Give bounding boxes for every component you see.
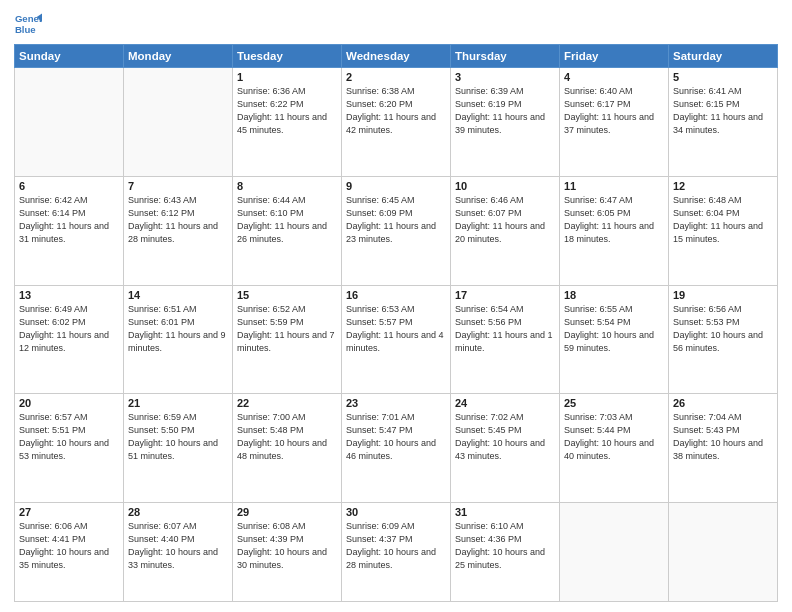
day-info: Sunrise: 6:57 AMSunset: 5:51 PMDaylight:… (19, 411, 119, 463)
day-info: Sunrise: 6:40 AMSunset: 6:17 PMDaylight:… (564, 85, 664, 137)
svg-text:Blue: Blue (15, 24, 36, 35)
weekday-header-saturday: Saturday (669, 45, 778, 68)
calendar-cell: 30Sunrise: 6:09 AMSunset: 4:37 PMDayligh… (342, 503, 451, 602)
calendar-cell: 3Sunrise: 6:39 AMSunset: 6:19 PMDaylight… (451, 68, 560, 177)
calendar-cell: 13Sunrise: 6:49 AMSunset: 6:02 PMDayligh… (15, 285, 124, 394)
calendar-cell: 2Sunrise: 6:38 AMSunset: 6:20 PMDaylight… (342, 68, 451, 177)
day-number: 11 (564, 180, 664, 192)
day-number: 21 (128, 397, 228, 409)
day-number: 14 (128, 289, 228, 301)
day-number: 27 (19, 506, 119, 518)
calendar-cell: 19Sunrise: 6:56 AMSunset: 5:53 PMDayligh… (669, 285, 778, 394)
day-number: 6 (19, 180, 119, 192)
day-info: Sunrise: 6:48 AMSunset: 6:04 PMDaylight:… (673, 194, 773, 246)
day-info: Sunrise: 7:03 AMSunset: 5:44 PMDaylight:… (564, 411, 664, 463)
calendar-cell: 17Sunrise: 6:54 AMSunset: 5:56 PMDayligh… (451, 285, 560, 394)
day-number: 15 (237, 289, 337, 301)
day-number: 31 (455, 506, 555, 518)
calendar-page: General Blue SundayMondayTuesdayWednesda… (0, 0, 792, 612)
day-info: Sunrise: 6:56 AMSunset: 5:53 PMDaylight:… (673, 303, 773, 355)
day-info: Sunrise: 6:44 AMSunset: 6:10 PMDaylight:… (237, 194, 337, 246)
day-number: 2 (346, 71, 446, 83)
day-info: Sunrise: 6:07 AMSunset: 4:40 PMDaylight:… (128, 520, 228, 572)
calendar-cell: 22Sunrise: 7:00 AMSunset: 5:48 PMDayligh… (233, 394, 342, 503)
svg-text:General: General (15, 13, 42, 24)
day-number: 5 (673, 71, 773, 83)
day-info: Sunrise: 6:53 AMSunset: 5:57 PMDaylight:… (346, 303, 446, 355)
weekday-header-tuesday: Tuesday (233, 45, 342, 68)
day-info: Sunrise: 6:59 AMSunset: 5:50 PMDaylight:… (128, 411, 228, 463)
day-info: Sunrise: 6:52 AMSunset: 5:59 PMDaylight:… (237, 303, 337, 355)
calendar-cell: 15Sunrise: 6:52 AMSunset: 5:59 PMDayligh… (233, 285, 342, 394)
calendar-cell (124, 68, 233, 177)
day-number: 7 (128, 180, 228, 192)
day-info: Sunrise: 6:36 AMSunset: 6:22 PMDaylight:… (237, 85, 337, 137)
weekday-header-monday: Monday (124, 45, 233, 68)
day-number: 26 (673, 397, 773, 409)
calendar-cell (669, 503, 778, 602)
day-number: 19 (673, 289, 773, 301)
day-info: Sunrise: 6:54 AMSunset: 5:56 PMDaylight:… (455, 303, 555, 355)
day-info: Sunrise: 6:47 AMSunset: 6:05 PMDaylight:… (564, 194, 664, 246)
calendar-cell: 1Sunrise: 6:36 AMSunset: 6:22 PMDaylight… (233, 68, 342, 177)
week-row-3: 20Sunrise: 6:57 AMSunset: 5:51 PMDayligh… (15, 394, 778, 503)
calendar-cell: 16Sunrise: 6:53 AMSunset: 5:57 PMDayligh… (342, 285, 451, 394)
day-info: Sunrise: 6:41 AMSunset: 6:15 PMDaylight:… (673, 85, 773, 137)
calendar-cell: 14Sunrise: 6:51 AMSunset: 6:01 PMDayligh… (124, 285, 233, 394)
day-info: Sunrise: 7:00 AMSunset: 5:48 PMDaylight:… (237, 411, 337, 463)
day-info: Sunrise: 6:09 AMSunset: 4:37 PMDaylight:… (346, 520, 446, 572)
calendar-cell: 4Sunrise: 6:40 AMSunset: 6:17 PMDaylight… (560, 68, 669, 177)
day-info: Sunrise: 6:55 AMSunset: 5:54 PMDaylight:… (564, 303, 664, 355)
calendar-cell: 7Sunrise: 6:43 AMSunset: 6:12 PMDaylight… (124, 176, 233, 285)
calendar-cell: 5Sunrise: 6:41 AMSunset: 6:15 PMDaylight… (669, 68, 778, 177)
calendar-cell: 12Sunrise: 6:48 AMSunset: 6:04 PMDayligh… (669, 176, 778, 285)
calendar-cell: 6Sunrise: 6:42 AMSunset: 6:14 PMDaylight… (15, 176, 124, 285)
calendar-cell (560, 503, 669, 602)
calendar-cell: 29Sunrise: 6:08 AMSunset: 4:39 PMDayligh… (233, 503, 342, 602)
calendar-cell: 9Sunrise: 6:45 AMSunset: 6:09 PMDaylight… (342, 176, 451, 285)
logo: General Blue (14, 10, 42, 38)
logo-icon: General Blue (14, 10, 42, 38)
day-number: 20 (19, 397, 119, 409)
calendar-cell: 26Sunrise: 7:04 AMSunset: 5:43 PMDayligh… (669, 394, 778, 503)
day-info: Sunrise: 7:04 AMSunset: 5:43 PMDaylight:… (673, 411, 773, 463)
day-info: Sunrise: 6:10 AMSunset: 4:36 PMDaylight:… (455, 520, 555, 572)
day-number: 29 (237, 506, 337, 518)
day-info: Sunrise: 6:51 AMSunset: 6:01 PMDaylight:… (128, 303, 228, 355)
day-number: 16 (346, 289, 446, 301)
calendar-cell: 8Sunrise: 6:44 AMSunset: 6:10 PMDaylight… (233, 176, 342, 285)
calendar-cell: 31Sunrise: 6:10 AMSunset: 4:36 PMDayligh… (451, 503, 560, 602)
week-row-0: 1Sunrise: 6:36 AMSunset: 6:22 PMDaylight… (15, 68, 778, 177)
calendar-cell: 25Sunrise: 7:03 AMSunset: 5:44 PMDayligh… (560, 394, 669, 503)
day-number: 18 (564, 289, 664, 301)
day-number: 25 (564, 397, 664, 409)
day-number: 30 (346, 506, 446, 518)
day-info: Sunrise: 6:45 AMSunset: 6:09 PMDaylight:… (346, 194, 446, 246)
day-number: 8 (237, 180, 337, 192)
day-info: Sunrise: 6:38 AMSunset: 6:20 PMDaylight:… (346, 85, 446, 137)
day-info: Sunrise: 6:43 AMSunset: 6:12 PMDaylight:… (128, 194, 228, 246)
calendar-cell: 27Sunrise: 6:06 AMSunset: 4:41 PMDayligh… (15, 503, 124, 602)
day-number: 9 (346, 180, 446, 192)
day-number: 12 (673, 180, 773, 192)
day-number: 1 (237, 71, 337, 83)
calendar-cell: 21Sunrise: 6:59 AMSunset: 5:50 PMDayligh… (124, 394, 233, 503)
day-info: Sunrise: 6:08 AMSunset: 4:39 PMDaylight:… (237, 520, 337, 572)
day-info: Sunrise: 6:06 AMSunset: 4:41 PMDaylight:… (19, 520, 119, 572)
week-row-4: 27Sunrise: 6:06 AMSunset: 4:41 PMDayligh… (15, 503, 778, 602)
week-row-2: 13Sunrise: 6:49 AMSunset: 6:02 PMDayligh… (15, 285, 778, 394)
day-number: 10 (455, 180, 555, 192)
day-number: 28 (128, 506, 228, 518)
header: General Blue (14, 10, 778, 38)
day-info: Sunrise: 6:42 AMSunset: 6:14 PMDaylight:… (19, 194, 119, 246)
calendar-cell: 18Sunrise: 6:55 AMSunset: 5:54 PMDayligh… (560, 285, 669, 394)
weekday-header-thursday: Thursday (451, 45, 560, 68)
day-info: Sunrise: 6:39 AMSunset: 6:19 PMDaylight:… (455, 85, 555, 137)
day-number: 4 (564, 71, 664, 83)
calendar-cell: 11Sunrise: 6:47 AMSunset: 6:05 PMDayligh… (560, 176, 669, 285)
day-info: Sunrise: 7:02 AMSunset: 5:45 PMDaylight:… (455, 411, 555, 463)
calendar-table: SundayMondayTuesdayWednesdayThursdayFrid… (14, 44, 778, 602)
calendar-cell: 28Sunrise: 6:07 AMSunset: 4:40 PMDayligh… (124, 503, 233, 602)
calendar-cell: 20Sunrise: 6:57 AMSunset: 5:51 PMDayligh… (15, 394, 124, 503)
day-number: 17 (455, 289, 555, 301)
